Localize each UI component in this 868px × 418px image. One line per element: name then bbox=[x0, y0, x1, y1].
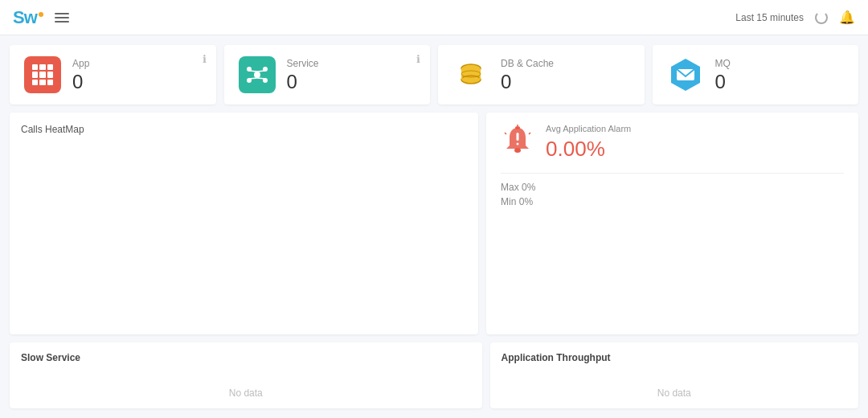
mq-stat-text: MQ 0 bbox=[715, 58, 731, 92]
alarm-value: 0.00% bbox=[546, 137, 631, 162]
svg-line-7 bbox=[249, 78, 257, 79]
app-stat-text: App 0 bbox=[72, 58, 89, 92]
alarm-divider bbox=[501, 173, 844, 174]
app-icon-wrap bbox=[24, 56, 61, 93]
alarm-label: Avg Application Alarm bbox=[546, 124, 631, 133]
app-throughput-title: Application Throughput bbox=[502, 352, 847, 363]
app-value: 0 bbox=[72, 72, 89, 92]
alarm-top: Avg Application Alarm 0.00% bbox=[501, 124, 844, 162]
db-stat-text: DB & Cache 0 bbox=[501, 58, 554, 92]
alarm-panel: Avg Application Alarm 0.00% Max 0% Min 0… bbox=[486, 113, 858, 334]
mq-value: 0 bbox=[715, 72, 731, 92]
slow-service-panel: Slow Service No data bbox=[10, 342, 482, 408]
svg-line-5 bbox=[249, 71, 257, 72]
svg-line-6 bbox=[257, 71, 265, 72]
calls-heatmap-panel: Calls HeatMap bbox=[10, 113, 478, 334]
alarm-stats: Max 0% Min 0% bbox=[501, 182, 844, 207]
db-icon-wrap bbox=[452, 56, 489, 93]
service-value: 0 bbox=[287, 72, 319, 92]
stat-cards-row: App 0 ℹ Service bbox=[10, 45, 858, 104]
app-info-icon[interactable]: ℹ bbox=[203, 53, 207, 65]
mq-stat-card[interactable]: MQ 0 bbox=[653, 45, 859, 104]
menu-button[interactable] bbox=[55, 13, 69, 23]
svg-point-0 bbox=[254, 72, 260, 78]
slow-service-no-data: No data bbox=[21, 371, 471, 399]
app-throughput-panel: Application Throughput No data bbox=[490, 342, 858, 408]
app-label: App bbox=[72, 58, 89, 69]
alarm-info: Avg Application Alarm 0.00% bbox=[546, 124, 631, 162]
refresh-icon[interactable] bbox=[815, 11, 828, 24]
alarm-min: Min 0% bbox=[501, 196, 844, 207]
service-network-icon bbox=[245, 63, 269, 87]
mq-label: MQ bbox=[715, 58, 731, 69]
header-right: Last 15 minutes 🔔 bbox=[735, 10, 855, 25]
calls-heatmap-title: Calls HeatMap bbox=[21, 124, 467, 135]
svg-line-8 bbox=[257, 78, 265, 79]
logo: Sw bbox=[13, 7, 43, 28]
header-left: Sw bbox=[13, 7, 69, 28]
svg-point-18 bbox=[514, 148, 521, 153]
svg-rect-17 bbox=[515, 126, 520, 129]
bottom-row: Slow Service No data Application Through… bbox=[10, 342, 858, 408]
app-grid-icon bbox=[32, 64, 53, 85]
service-icon-wrap bbox=[239, 56, 276, 93]
alarm-icon-wrap bbox=[501, 124, 534, 158]
logo-text: Sw bbox=[13, 7, 37, 28]
logo-dot bbox=[39, 12, 43, 17]
slow-service-title: Slow Service bbox=[21, 352, 471, 363]
alarm-max: Max 0% bbox=[501, 182, 844, 193]
mq-hex-icon bbox=[668, 57, 703, 92]
db-value: 0 bbox=[501, 72, 554, 92]
header: Sw Last 15 minutes 🔔 bbox=[0, 0, 868, 35]
main-content: App 0 ℹ Service bbox=[0, 35, 868, 418]
svg-line-23 bbox=[529, 133, 530, 134]
mq-icon-wrap bbox=[667, 56, 704, 93]
svg-line-22 bbox=[505, 133, 506, 134]
middle-row: Calls HeatMap bbox=[10, 113, 858, 334]
svg-rect-19 bbox=[517, 133, 519, 141]
alarm-bell-icon bbox=[502, 125, 534, 157]
svg-point-20 bbox=[517, 143, 519, 145]
service-stat-text: Service 0 bbox=[287, 58, 319, 92]
notification-bell-icon[interactable]: 🔔 bbox=[839, 10, 855, 25]
app-throughput-no-data: No data bbox=[502, 371, 847, 399]
service-info-icon[interactable]: ℹ bbox=[416, 53, 420, 65]
db-cache-icon bbox=[457, 60, 485, 89]
db-stat-card[interactable]: DB & Cache 0 bbox=[438, 45, 645, 104]
time-range-label: Last 15 minutes bbox=[735, 12, 804, 23]
service-stat-card[interactable]: Service 0 ℹ bbox=[224, 45, 431, 104]
app-stat-card[interactable]: App 0 ℹ bbox=[10, 45, 216, 104]
service-label: Service bbox=[287, 58, 319, 69]
db-label: DB & Cache bbox=[501, 58, 554, 69]
